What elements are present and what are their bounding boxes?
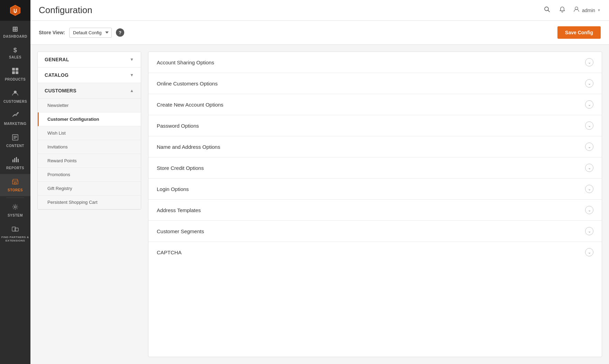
- find-icon: [12, 226, 19, 234]
- config-item-account-sharing-title: Account Sharing Options: [157, 60, 214, 65]
- products-icon: [12, 67, 19, 76]
- submenu-wish-list[interactable]: Wish List: [38, 126, 141, 140]
- config-item-customer-segments-title: Customer Segments: [157, 228, 204, 234]
- account-sharing-expand-icon: ⌄: [585, 58, 593, 66]
- svg-rect-11: [12, 160, 13, 162]
- reports-icon: [12, 156, 19, 165]
- user-menu[interactable]: admin ▼: [573, 6, 601, 15]
- svg-line-20: [548, 10, 549, 12]
- save-config-button[interactable]: Save Config: [557, 26, 601, 39]
- store-view-select[interactable]: Default Config: [69, 28, 112, 38]
- menu-section-customers[interactable]: CUSTOMERS ▲: [38, 83, 141, 99]
- left-panel: GENERAL ▼ CATALOG ▼ CUSTOMERS ▲ Newslett…: [37, 52, 141, 210]
- svg-marker-5: [12, 113, 18, 117]
- config-item-store-credit[interactable]: Store Credit Options ⌄: [148, 157, 602, 179]
- sidebar-item-sales[interactable]: $ SALES: [0, 43, 30, 63]
- svg-rect-2: [12, 71, 15, 74]
- config-item-create-account[interactable]: Create New Account Options ⌄: [148, 94, 602, 115]
- svg-rect-13: [16, 157, 17, 162]
- store-view-label: Store View:: [39, 30, 65, 35]
- config-item-create-account-title: Create New Account Options: [157, 102, 224, 108]
- customers-collapse-icon: ▲: [130, 88, 134, 93]
- notifications-button[interactable]: [558, 5, 567, 16]
- content-icon: [12, 134, 19, 143]
- create-account-expand-icon: ⌄: [585, 100, 593, 109]
- top-header: Configuration admin ▼: [30, 0, 609, 21]
- menu-section-general[interactable]: GENERAL ▼: [38, 52, 141, 67]
- config-item-name-address-title: Name and Address Options: [157, 144, 220, 150]
- user-avatar-icon: [573, 6, 580, 15]
- sidebar-item-content-label: CONTENT: [6, 144, 24, 148]
- help-icon[interactable]: ?: [116, 28, 124, 37]
- sidebar-item-stores-label: STORES: [8, 188, 23, 192]
- sidebar-item-sales-label: SALES: [9, 55, 21, 59]
- submenu-invitations[interactable]: Invitations: [38, 140, 141, 154]
- sidebar-item-stores[interactable]: STORES: [0, 174, 30, 196]
- menu-section-catalog[interactable]: CATALOG ▼: [38, 67, 141, 83]
- store-view-bar: Store View: Default Config ? Save Config: [30, 21, 609, 45]
- general-collapse-icon: ▼: [130, 57, 134, 62]
- config-item-online-customers[interactable]: Online Customers Options ⌄: [148, 73, 602, 94]
- config-item-account-sharing[interactable]: Account Sharing Options ⌄: [148, 52, 602, 73]
- svg-rect-14: [18, 159, 19, 162]
- online-customers-expand-icon: ⌄: [585, 79, 593, 88]
- sidebar-item-system[interactable]: SYSTEM: [0, 199, 30, 221]
- svg-point-6: [17, 112, 19, 113]
- config-item-login[interactable]: Login Options ⌄: [148, 179, 602, 200]
- sidebar-item-dashboard[interactable]: ⊞ DASHBOARD: [0, 21, 30, 43]
- submenu-persistent-shopping-cart[interactable]: Persistent Shopping Cart: [38, 195, 141, 209]
- sidebar-item-dashboard-label: DASHBOARD: [3, 35, 27, 38]
- submenu-newsletter[interactable]: Newsletter: [38, 99, 141, 112]
- submenu-reward-points[interactable]: Reward Points: [38, 154, 141, 168]
- config-item-online-customers-title: Online Customers Options: [157, 81, 218, 87]
- sidebar-item-marketing[interactable]: MARKETING: [0, 108, 30, 130]
- submenu-promotions[interactable]: Promotions: [38, 168, 141, 182]
- address-templates-expand-icon: ⌄: [585, 206, 593, 214]
- stores-icon: [12, 178, 19, 187]
- config-item-customer-segments[interactable]: Customer Segments ⌄: [148, 221, 602, 242]
- magento-logo-icon: [9, 4, 21, 17]
- menu-section-general-title: GENERAL: [45, 57, 69, 62]
- sidebar-item-reports-label: REPORTS: [6, 166, 24, 170]
- svg-rect-15: [14, 182, 16, 184]
- submenu-gift-registry[interactable]: Gift Registry: [38, 182, 141, 195]
- store-credit-expand-icon: ⌄: [585, 164, 593, 172]
- sidebar-item-products[interactable]: PRODUCTS: [0, 63, 30, 85]
- config-item-password[interactable]: Password Options ⌄: [148, 115, 602, 136]
- menu-section-customers-title: CUSTOMERS: [45, 88, 76, 93]
- config-item-address-templates[interactable]: Address Templates ⌄: [148, 200, 602, 221]
- svg-rect-0: [12, 68, 15, 71]
- menu-section-catalog-title: CATALOG: [45, 72, 69, 78]
- sidebar-item-reports[interactable]: REPORTS: [0, 152, 30, 174]
- dashboard-icon: ⊞: [12, 25, 18, 33]
- sidebar-item-marketing-label: MARKETING: [4, 122, 26, 126]
- customers-submenu: Newsletter Customer Configuration Wish L…: [38, 99, 141, 209]
- sidebar-item-content[interactable]: CONTENT: [0, 130, 30, 152]
- store-view-left: Store View: Default Config ?: [39, 28, 124, 38]
- catalog-collapse-icon: ▼: [130, 73, 134, 78]
- sidebar-item-find[interactable]: FIND PARTNERS & EXTENSIONS: [0, 221, 30, 246]
- svg-point-16: [14, 206, 16, 208]
- page-title: Configuration: [39, 5, 92, 16]
- config-item-address-templates-title: Address Templates: [157, 207, 201, 213]
- sidebar-item-products-label: PRODUCTS: [5, 78, 26, 81]
- main-content: Configuration admin ▼ Store View: Defaul…: [30, 0, 609, 364]
- config-item-login-title: Login Options: [157, 186, 189, 192]
- svg-rect-1: [16, 68, 18, 71]
- login-expand-icon: ⌄: [585, 185, 593, 193]
- sidebar-divider: [6, 198, 25, 198]
- user-dropdown-icon: ▼: [597, 8, 601, 12]
- search-button[interactable]: [543, 5, 552, 16]
- config-item-name-address[interactable]: Name and Address Options ⌄: [148, 136, 602, 157]
- logo: [0, 0, 30, 21]
- customers-icon: [12, 90, 19, 98]
- config-item-captcha[interactable]: CAPTCHA ⌄: [148, 242, 602, 263]
- marketing-icon: [12, 112, 19, 120]
- password-expand-icon: ⌄: [585, 121, 593, 130]
- sidebar-item-customers-label: CUSTOMERS: [3, 100, 27, 103]
- sales-icon: $: [13, 47, 17, 54]
- svg-rect-12: [14, 158, 15, 162]
- sidebar-item-customers[interactable]: CUSTOMERS: [0, 85, 30, 108]
- svg-rect-3: [16, 71, 18, 74]
- submenu-customer-configuration[interactable]: Customer Configuration: [38, 112, 141, 126]
